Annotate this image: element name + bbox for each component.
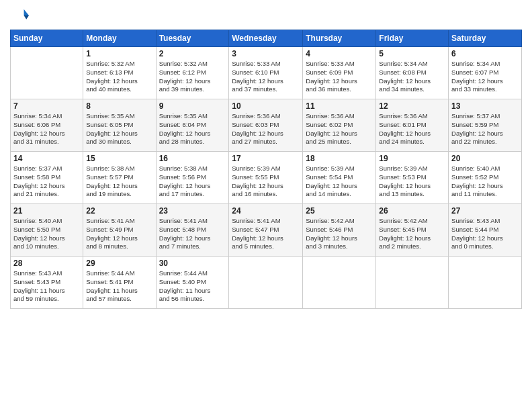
day-info: Sunrise: 5:32 AM Sunset: 6:12 PM Dayligh… xyxy=(159,60,226,94)
day-number: 1 xyxy=(86,49,152,58)
day-info: Sunrise: 5:41 AM Sunset: 5:48 PM Dayligh… xyxy=(159,217,226,251)
day-info: Sunrise: 5:43 AM Sunset: 5:44 PM Dayligh… xyxy=(451,217,519,251)
day-info: Sunrise: 5:33 AM Sunset: 6:10 PM Dayligh… xyxy=(232,60,300,94)
logo xyxy=(10,7,32,26)
day-info: Sunrise: 5:34 AM Sunset: 6:07 PM Dayligh… xyxy=(451,60,519,94)
calendar-cell: 17Sunrise: 5:39 AM Sunset: 5:55 PM Dayli… xyxy=(229,152,303,204)
calendar-cell xyxy=(303,257,376,309)
calendar-cell xyxy=(449,257,522,309)
calendar-cell: 7Sunrise: 5:34 AM Sunset: 6:06 PM Daylig… xyxy=(11,99,83,152)
week-row-1: 7Sunrise: 5:34 AM Sunset: 6:06 PM Daylig… xyxy=(11,99,522,152)
day-number: 27 xyxy=(451,206,519,216)
day-number: 28 xyxy=(13,259,80,268)
day-info: Sunrise: 5:41 AM Sunset: 5:47 PM Dayligh… xyxy=(232,217,300,251)
day-number: 20 xyxy=(451,154,519,163)
day-number: 24 xyxy=(232,206,300,216)
day-info: Sunrise: 5:35 AM Sunset: 6:04 PM Dayligh… xyxy=(159,112,226,146)
calendar-cell: 4Sunrise: 5:33 AM Sunset: 6:09 PM Daylig… xyxy=(303,47,376,99)
weekday-header-monday: Monday xyxy=(83,30,156,47)
calendar-cell: 21Sunrise: 5:40 AM Sunset: 5:50 PM Dayli… xyxy=(11,204,83,257)
day-number: 7 xyxy=(13,101,80,111)
day-info: Sunrise: 5:39 AM Sunset: 5:55 PM Dayligh… xyxy=(232,165,300,199)
day-number: 11 xyxy=(306,101,373,111)
day-number: 25 xyxy=(306,206,373,216)
weekday-header-wednesday: Wednesday xyxy=(229,30,303,47)
calendar-cell: 5Sunrise: 5:34 AM Sunset: 6:08 PM Daylig… xyxy=(376,47,449,99)
calendar-cell: 14Sunrise: 5:37 AM Sunset: 5:58 PM Dayli… xyxy=(11,152,83,204)
day-info: Sunrise: 5:39 AM Sunset: 5:53 PM Dayligh… xyxy=(379,165,445,199)
logo-icon xyxy=(10,7,29,26)
day-info: Sunrise: 5:34 AM Sunset: 6:06 PM Dayligh… xyxy=(13,112,80,146)
day-info: Sunrise: 5:36 AM Sunset: 6:01 PM Dayligh… xyxy=(379,112,445,146)
day-number: 2 xyxy=(159,49,226,58)
week-row-2: 14Sunrise: 5:37 AM Sunset: 5:58 PM Dayli… xyxy=(11,152,522,204)
calendar-cell xyxy=(376,257,449,309)
day-number: 4 xyxy=(306,49,373,58)
day-info: Sunrise: 5:37 AM Sunset: 5:59 PM Dayligh… xyxy=(451,112,519,146)
calendar-cell xyxy=(11,47,83,99)
calendar: SundayMondayTuesdayWednesdayThursdayFrid… xyxy=(10,30,522,309)
calendar-cell: 13Sunrise: 5:37 AM Sunset: 5:59 PM Dayli… xyxy=(449,99,522,152)
calendar-cell: 23Sunrise: 5:41 AM Sunset: 5:48 PM Dayli… xyxy=(156,204,229,257)
weekday-header-row: SundayMondayTuesdayWednesdayThursdayFrid… xyxy=(11,30,522,47)
day-number: 10 xyxy=(232,101,300,111)
calendar-cell xyxy=(229,257,303,309)
calendar-cell: 15Sunrise: 5:38 AM Sunset: 5:57 PM Dayli… xyxy=(83,152,156,204)
day-number: 14 xyxy=(13,154,80,163)
day-number: 30 xyxy=(159,259,226,268)
day-info: Sunrise: 5:32 AM Sunset: 6:13 PM Dayligh… xyxy=(86,60,152,94)
day-info: Sunrise: 5:33 AM Sunset: 6:09 PM Dayligh… xyxy=(306,60,373,94)
calendar-cell: 2Sunrise: 5:32 AM Sunset: 6:12 PM Daylig… xyxy=(156,47,229,99)
day-info: Sunrise: 5:40 AM Sunset: 5:50 PM Dayligh… xyxy=(13,217,80,251)
calendar-cell: 3Sunrise: 5:33 AM Sunset: 6:10 PM Daylig… xyxy=(229,47,303,99)
weekday-header-saturday: Saturday xyxy=(449,30,522,47)
calendar-cell: 20Sunrise: 5:40 AM Sunset: 5:52 PM Dayli… xyxy=(449,152,522,204)
day-number: 5 xyxy=(379,49,445,58)
calendar-cell: 18Sunrise: 5:39 AM Sunset: 5:54 PM Dayli… xyxy=(303,152,376,204)
day-number: 23 xyxy=(159,206,226,216)
day-info: Sunrise: 5:44 AM Sunset: 5:41 PM Dayligh… xyxy=(86,269,152,304)
weekday-header-thursday: Thursday xyxy=(303,30,376,47)
week-row-3: 21Sunrise: 5:40 AM Sunset: 5:50 PM Dayli… xyxy=(11,204,522,257)
day-number: 3 xyxy=(232,49,300,58)
calendar-cell: 30Sunrise: 5:44 AM Sunset: 5:40 PM Dayli… xyxy=(156,257,229,309)
day-info: Sunrise: 5:35 AM Sunset: 6:05 PM Dayligh… xyxy=(86,112,152,146)
calendar-cell: 10Sunrise: 5:36 AM Sunset: 6:03 PM Dayli… xyxy=(229,99,303,152)
day-info: Sunrise: 5:44 AM Sunset: 5:40 PM Dayligh… xyxy=(159,269,226,304)
day-number: 21 xyxy=(13,206,80,216)
day-number: 19 xyxy=(379,154,445,163)
day-number: 12 xyxy=(379,101,445,111)
svg-marker-0 xyxy=(24,9,29,15)
calendar-cell: 27Sunrise: 5:43 AM Sunset: 5:44 PM Dayli… xyxy=(449,204,522,257)
day-info: Sunrise: 5:37 AM Sunset: 5:58 PM Dayligh… xyxy=(13,165,80,199)
calendar-cell: 9Sunrise: 5:35 AM Sunset: 6:04 PM Daylig… xyxy=(156,99,229,152)
calendar-cell: 12Sunrise: 5:36 AM Sunset: 6:01 PM Dayli… xyxy=(376,99,449,152)
calendar-cell: 1Sunrise: 5:32 AM Sunset: 6:13 PM Daylig… xyxy=(83,47,156,99)
calendar-cell: 29Sunrise: 5:44 AM Sunset: 5:41 PM Dayli… xyxy=(83,257,156,309)
calendar-cell: 8Sunrise: 5:35 AM Sunset: 6:05 PM Daylig… xyxy=(83,99,156,152)
day-info: Sunrise: 5:38 AM Sunset: 5:57 PM Dayligh… xyxy=(86,165,152,199)
calendar-cell: 16Sunrise: 5:38 AM Sunset: 5:56 PM Dayli… xyxy=(156,152,229,204)
day-info: Sunrise: 5:43 AM Sunset: 5:43 PM Dayligh… xyxy=(13,269,80,304)
calendar-cell: 11Sunrise: 5:36 AM Sunset: 6:02 PM Dayli… xyxy=(303,99,376,152)
day-info: Sunrise: 5:34 AM Sunset: 6:08 PM Dayligh… xyxy=(379,60,445,94)
calendar-cell: 25Sunrise: 5:42 AM Sunset: 5:46 PM Dayli… xyxy=(303,204,376,257)
page: SundayMondayTuesdayWednesdayThursdayFrid… xyxy=(0,0,532,411)
day-info: Sunrise: 5:36 AM Sunset: 6:03 PM Dayligh… xyxy=(232,112,300,146)
calendar-cell: 22Sunrise: 5:41 AM Sunset: 5:49 PM Dayli… xyxy=(83,204,156,257)
day-info: Sunrise: 5:42 AM Sunset: 5:45 PM Dayligh… xyxy=(379,217,445,251)
day-number: 16 xyxy=(159,154,226,163)
day-number: 22 xyxy=(86,206,152,216)
day-info: Sunrise: 5:41 AM Sunset: 5:49 PM Dayligh… xyxy=(86,217,152,251)
day-info: Sunrise: 5:39 AM Sunset: 5:54 PM Dayligh… xyxy=(306,165,373,199)
calendar-cell: 19Sunrise: 5:39 AM Sunset: 5:53 PM Dayli… xyxy=(376,152,449,204)
day-number: 29 xyxy=(86,259,152,268)
day-info: Sunrise: 5:38 AM Sunset: 5:56 PM Dayligh… xyxy=(159,165,226,199)
weekday-header-sunday: Sunday xyxy=(11,30,83,47)
calendar-cell: 6Sunrise: 5:34 AM Sunset: 6:07 PM Daylig… xyxy=(449,47,522,99)
week-row-0: 1Sunrise: 5:32 AM Sunset: 6:13 PM Daylig… xyxy=(11,47,522,99)
calendar-cell: 26Sunrise: 5:42 AM Sunset: 5:45 PM Dayli… xyxy=(376,204,449,257)
day-number: 6 xyxy=(451,49,519,58)
day-number: 15 xyxy=(86,154,152,163)
day-info: Sunrise: 5:36 AM Sunset: 6:02 PM Dayligh… xyxy=(306,112,373,146)
